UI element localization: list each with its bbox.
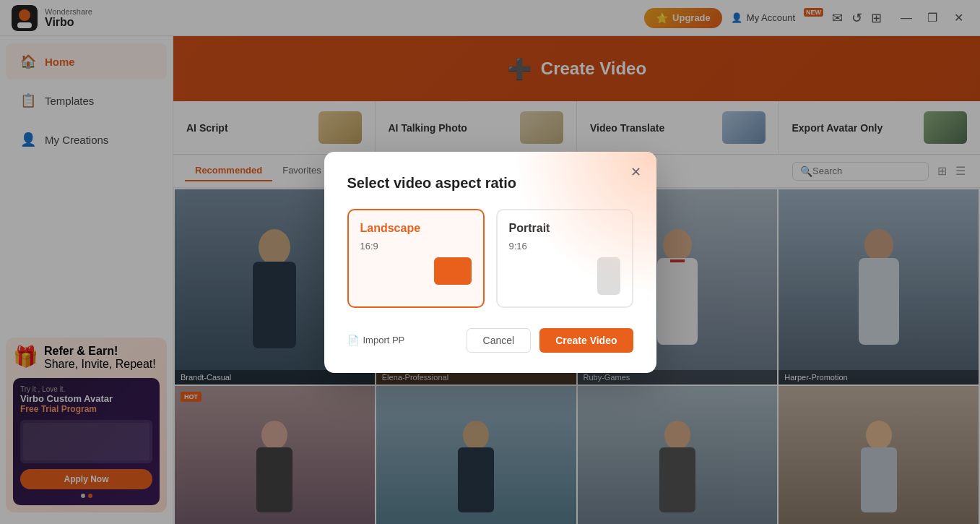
portrait-icon bbox=[597, 257, 620, 295]
cancel-button[interactable]: Cancel bbox=[467, 328, 532, 353]
portrait-ratio: 9:16 bbox=[509, 241, 620, 252]
modal-close-button[interactable]: ✕ bbox=[626, 162, 646, 182]
landscape-ratio: 16:9 bbox=[360, 241, 472, 252]
modal-title: Select video aspect ratio bbox=[347, 175, 633, 192]
import-ppt-button[interactable]: 📄 Import PP bbox=[347, 335, 405, 345]
aspect-option-landscape[interactable]: Landscape 16:9 bbox=[347, 209, 485, 308]
aspect-ratio-modal: ✕ Select video aspect ratio Landscape 16… bbox=[324, 152, 656, 373]
landscape-label: Landscape bbox=[360, 222, 472, 235]
import-ppt-label: Import PP bbox=[363, 335, 405, 345]
landscape-icon-wrap bbox=[360, 257, 472, 285]
modal-footer: 📄 Import PP Cancel Create Video bbox=[347, 328, 633, 353]
portrait-icon-wrap bbox=[509, 257, 620, 295]
modal-actions: Cancel Create Video bbox=[467, 328, 633, 353]
portrait-label: Portrait bbox=[509, 222, 620, 235]
aspect-option-portrait[interactable]: Portrait 9:16 bbox=[496, 209, 633, 308]
landscape-icon bbox=[434, 257, 472, 285]
create-video-button[interactable]: Create Video bbox=[539, 328, 633, 353]
import-icon: 📄 bbox=[347, 335, 359, 345]
modal-overlay: ✕ Select video aspect ratio Landscape 16… bbox=[0, 0, 980, 524]
aspect-options: Landscape 16:9 Portrait 9:16 bbox=[347, 209, 633, 308]
